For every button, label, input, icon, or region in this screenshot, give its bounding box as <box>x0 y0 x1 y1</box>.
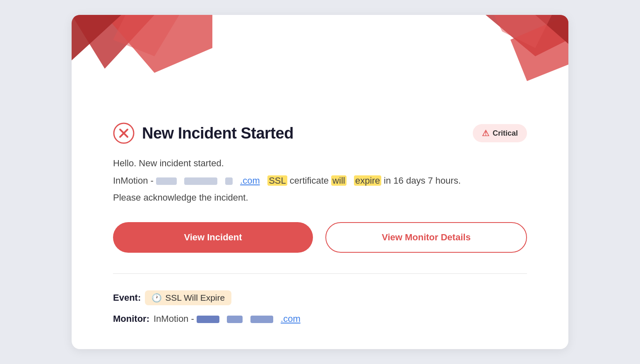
error-circle-icon <box>113 122 135 144</box>
monitor-prefix: InMotion - <box>154 314 197 324</box>
event-badge: 🕐 SSL Will Expire <box>145 290 231 305</box>
domain-link[interactable]: .com <box>240 175 260 186</box>
redacted-3 <box>225 177 233 185</box>
monitor-redacted-2 <box>227 316 243 323</box>
monitor-label: Monitor: <box>113 314 149 324</box>
monitor-row: Monitor: InMotion - .com <box>113 314 527 324</box>
event-value: SSL Will Expire <box>165 293 225 303</box>
message-line-2: InMotion - .com SSL certificate will exp… <box>113 173 527 188</box>
message-suffix: in 16 days 7 hours. <box>384 175 461 186</box>
monitor-value: InMotion - .com <box>154 314 301 324</box>
redacted-1 <box>156 177 177 185</box>
card-content: New Incident Started ⚠ Critical Hello. N… <box>72 15 568 349</box>
view-incident-button[interactable]: View Incident <box>113 222 313 253</box>
button-row: View Incident View Monitor Details <box>113 222 527 253</box>
monitor-domain-link[interactable]: .com <box>281 314 301 324</box>
message-line-3: Please acknowledge the incident. <box>113 190 527 205</box>
warning-triangle-icon: ⚠ <box>482 128 489 138</box>
message-certificate: certificate <box>290 175 331 186</box>
expire-highlight: expire <box>354 175 381 186</box>
will-highlight: will <box>331 175 346 186</box>
monitor-redacted-1 <box>197 316 219 323</box>
message-inmotion-prefix: InMotion - <box>113 175 156 186</box>
message-line-1: Hello. New incident started. <box>113 156 527 171</box>
message-body: Hello. New incident started. InMotion - … <box>113 156 527 205</box>
critical-label: Critical <box>493 129 518 138</box>
ssl-highlight: SSL <box>267 175 287 186</box>
critical-badge: ⚠ Critical <box>473 124 527 142</box>
title-group: New Incident Started <box>113 122 294 144</box>
view-monitor-details-button[interactable]: View Monitor Details <box>325 222 527 253</box>
header-row: New Incident Started ⚠ Critical <box>113 122 527 144</box>
event-row: Event: 🕐 SSL Will Expire <box>113 290 527 305</box>
event-label: Event: <box>113 292 141 303</box>
notification-card: New Incident Started ⚠ Critical Hello. N… <box>72 15 568 349</box>
section-divider <box>113 273 527 274</box>
clock-icon: 🕐 <box>152 293 162 303</box>
monitor-redacted-3 <box>250 316 273 323</box>
page-title: New Incident Started <box>142 125 294 142</box>
meta-section: Event: 🕐 SSL Will Expire Monitor: InMoti… <box>113 290 527 324</box>
redacted-2 <box>184 177 217 185</box>
